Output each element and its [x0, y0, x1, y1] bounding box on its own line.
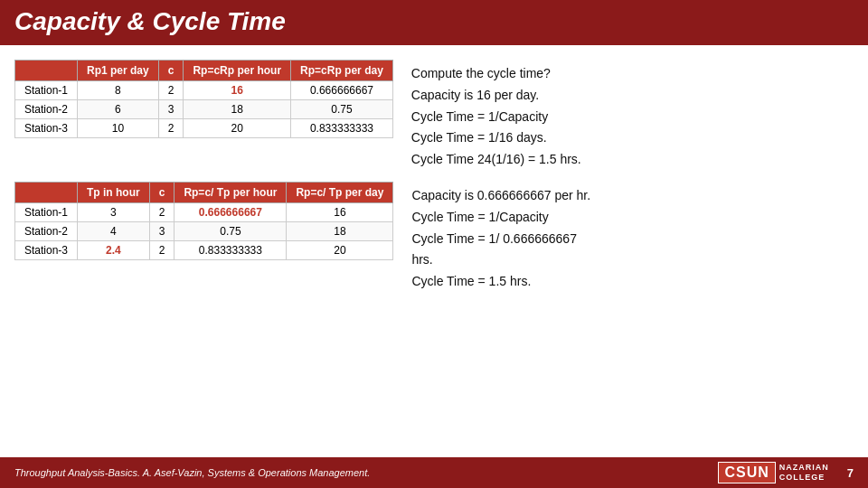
- station-cell: Station-3: [15, 119, 78, 138]
- main-content: Rp1 per day c Rp=cRp per hour Rp=cRp per…: [0, 49, 868, 293]
- station-cell: Station-2: [15, 100, 78, 119]
- tp-cell: 2.4: [78, 240, 150, 259]
- page-header: Capacity & Cycle Time: [0, 0, 868, 43]
- table-row: Station-3 2.4 2 0.833333333 20: [15, 240, 393, 259]
- rpd-cell: 0.833333333: [291, 119, 393, 138]
- table-row: Station-2 6 3 18 0.75: [15, 100, 393, 119]
- rpd-cell: 20: [287, 240, 393, 259]
- page-footer: Throughput Analysis-Basics. A. Asef-Vazi…: [0, 457, 868, 488]
- rph-cell: 16: [184, 81, 291, 100]
- rpd-cell: 16: [287, 202, 393, 221]
- text-line: Cycle Time = 1/Capacity: [411, 207, 854, 229]
- col-header-rph2: Rp=c/ Tp per hour: [175, 182, 287, 202]
- nazarian-line1: NAZARIAN: [779, 463, 829, 473]
- footer-citation: Throughput Analysis-Basics. A. Asef-Vazi…: [14, 467, 370, 478]
- c-cell: 2: [158, 119, 184, 138]
- station-cell: Station-3: [15, 240, 78, 259]
- section-row-1: Rp1 per day c Rp=cRp per hour Rp=cRp per…: [14, 60, 854, 171]
- tp-cell: 3: [78, 202, 150, 221]
- col-header-rpd2: Rp=c/ Tp per day: [287, 182, 393, 202]
- header-divider: [0, 43, 868, 45]
- text-panel-2: Capacity is 0.666666667 per hr.Cycle Tim…: [411, 182, 854, 293]
- page-title: Capacity & Cycle Time: [14, 7, 286, 36]
- text-line: Capacity is 0.666666667 per hr.: [411, 185, 854, 207]
- c-cell: 2: [158, 81, 184, 100]
- text-line: Cycle Time = 1.5 hrs.: [411, 271, 854, 293]
- c-cell: 3: [149, 221, 175, 240]
- col-header-rp1: Rp1 per day: [78, 61, 159, 81]
- text-line: Cycle Time = 1/Capacity: [411, 107, 854, 128]
- csun-logo: CSUN NAZARIAN COLLEGE: [718, 462, 828, 483]
- table-2-wrap: Tp in hour c Rp=c/ Tp per hour Rp=c/ Tp …: [14, 182, 393, 260]
- col-header-c2: c: [149, 182, 175, 202]
- rpd-cell: 0.75: [291, 100, 393, 119]
- col-header-rph1: Rp=cRp per hour: [184, 61, 291, 81]
- text-block-1: Compute the cycle time?Capacity is 16 pe…: [411, 63, 854, 171]
- nazarian-text: NAZARIAN COLLEGE: [779, 463, 829, 483]
- text-line: Capacity is 16 per day.: [411, 85, 854, 107]
- page-number: 7: [847, 466, 854, 480]
- table-row: Station-2 4 3 0.75 18: [15, 221, 393, 240]
- col-header-station-1: [15, 61, 78, 81]
- col-header-tp: Tp in hour: [78, 182, 150, 202]
- col-header-rpd1: Rp=cRp per day: [291, 61, 393, 81]
- station-cell: Station-1: [15, 81, 78, 100]
- table-row: Station-1 3 2 0.666666667 16: [15, 202, 393, 221]
- rph-cell: 18: [184, 100, 291, 119]
- col-header-c1: c: [158, 61, 184, 81]
- text-line: Cycle Time 24(1/16) = 1.5 hrs.: [411, 149, 854, 171]
- text-panel-1: Compute the cycle time?Capacity is 16 pe…: [411, 60, 854, 171]
- table-1: Rp1 per day c Rp=cRp per hour Rp=cRp per…: [14, 60, 393, 138]
- table-2: Tp in hour c Rp=c/ Tp per hour Rp=c/ Tp …: [14, 182, 393, 260]
- csun-text: CSUN: [718, 462, 775, 483]
- rph-cell: 0.75: [175, 221, 287, 240]
- rph-cell: 20: [184, 119, 291, 138]
- c-cell: 2: [149, 202, 175, 221]
- text-line: hrs.: [411, 249, 854, 271]
- rph-cell: 0.833333333: [175, 240, 287, 259]
- text-line: Cycle Time = 1/ 0.666666667: [411, 229, 854, 250]
- tp-cell: 4: [78, 221, 150, 240]
- table-1-wrap: Rp1 per day c Rp=cRp per hour Rp=cRp per…: [14, 60, 393, 138]
- text-line: Cycle Time = 1/16 days.: [411, 127, 854, 149]
- table-row: Station-3 10 2 20 0.833333333: [15, 119, 393, 138]
- c-cell: 2: [149, 240, 175, 259]
- col-header-station-2: [15, 182, 78, 202]
- station-cell: Station-2: [15, 221, 78, 240]
- rpd-cell: 0.666666667: [291, 81, 393, 100]
- station-cell: Station-1: [15, 202, 78, 221]
- text-block-2: Capacity is 0.666666667 per hr.Cycle Tim…: [411, 185, 854, 293]
- rph-cell: 0.666666667: [175, 202, 287, 221]
- rpd-cell: 18: [287, 221, 393, 240]
- logo-area: CSUN NAZARIAN COLLEGE 7: [718, 462, 854, 483]
- text-line: Compute the cycle time?: [411, 63, 854, 85]
- rp1-cell: 6: [78, 100, 159, 119]
- rp1-cell: 10: [78, 119, 159, 138]
- c-cell: 3: [158, 100, 184, 119]
- rp1-cell: 8: [78, 81, 159, 100]
- table-row: Station-1 8 2 16 0.666666667: [15, 81, 393, 100]
- nazarian-line2: COLLEGE: [779, 473, 829, 483]
- section-row-2: Tp in hour c Rp=c/ Tp per hour Rp=c/ Tp …: [14, 182, 854, 293]
